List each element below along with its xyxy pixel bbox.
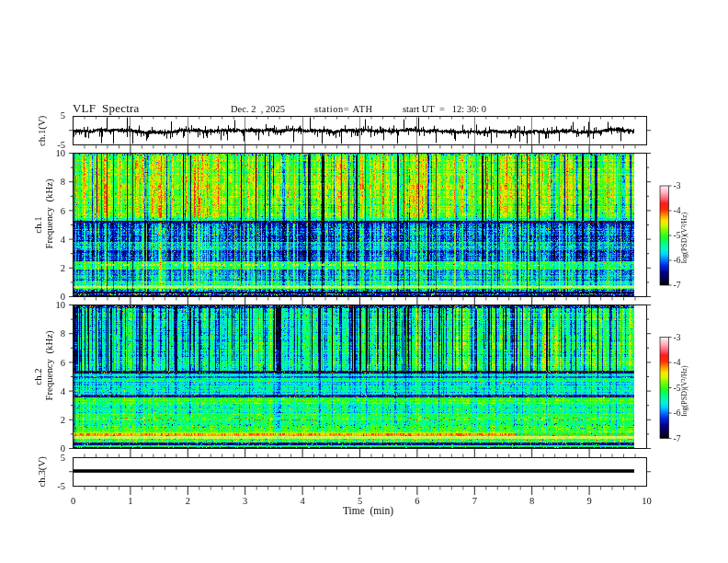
svg-text:0: 0 xyxy=(61,443,65,454)
svg-text:-7: -7 xyxy=(674,434,681,443)
svg-text:4: 4 xyxy=(61,235,66,245)
svg-text:10: 10 xyxy=(642,496,652,506)
svg-text:ch.1: ch.1 xyxy=(32,216,43,233)
svg-text:4: 4 xyxy=(300,496,305,506)
svg-text:5: 5 xyxy=(61,110,65,121)
svg-text:Frequency (kHz): Frequency (kHz) xyxy=(43,330,55,401)
svg-text:ch.2: ch.2 xyxy=(32,368,43,385)
svg-text:start UT = 12: 30: 0: start UT = 12: 30: 0 xyxy=(403,104,486,114)
svg-text:6: 6 xyxy=(61,358,65,368)
svg-text:-3: -3 xyxy=(674,333,681,342)
svg-text:3: 3 xyxy=(243,496,247,506)
svg-text:6: 6 xyxy=(61,206,65,216)
svg-text:7: 7 xyxy=(472,496,477,506)
svg-text:5: 5 xyxy=(61,453,65,463)
svg-text:10: 10 xyxy=(56,148,66,158)
svg-text:2: 2 xyxy=(61,263,65,273)
svg-text:2: 2 xyxy=(186,496,190,506)
svg-text:6: 6 xyxy=(415,496,419,506)
svg-text:0: 0 xyxy=(71,496,75,506)
svg-text:Time (min): Time (min) xyxy=(343,505,393,517)
svg-text:log(PSD)(V²/Hz): log(PSD)(V²/Hz) xyxy=(680,365,688,417)
svg-text:8: 8 xyxy=(529,496,534,506)
svg-text:Frequency (kHz): Frequency (kHz) xyxy=(43,178,55,249)
svg-text:8: 8 xyxy=(61,177,65,187)
svg-text:-5: -5 xyxy=(57,481,65,491)
svg-text:Dec. 2 , 2025: Dec. 2 , 2025 xyxy=(231,104,285,114)
svg-text:log(PSD)(V²/Hz): log(PSD)(V²/Hz) xyxy=(680,213,688,264)
svg-text:8: 8 xyxy=(61,328,65,339)
svg-text:station= ATH: station= ATH xyxy=(314,104,373,114)
svg-text:-3: -3 xyxy=(674,181,681,190)
svg-text:1: 1 xyxy=(128,496,132,506)
svg-text:10: 10 xyxy=(56,300,66,310)
svg-text:-7: -7 xyxy=(674,281,681,290)
svg-text:ch.3(V): ch.3(V) xyxy=(36,456,48,488)
svg-text:VLF Spectra: VLF Spectra xyxy=(73,101,139,115)
svg-text:2: 2 xyxy=(61,415,65,425)
svg-text:9: 9 xyxy=(586,496,591,506)
svg-text:ch.1(V): ch.1(V) xyxy=(36,115,48,146)
svg-text:4: 4 xyxy=(61,386,66,396)
